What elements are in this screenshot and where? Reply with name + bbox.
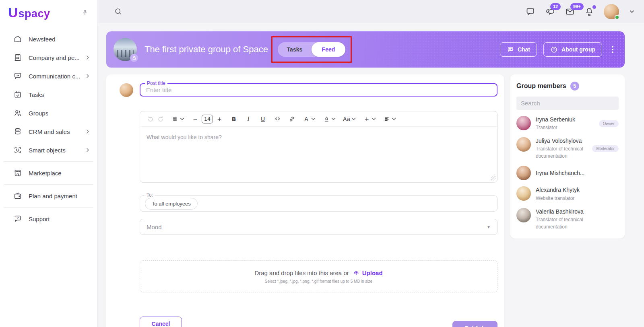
smart-objects-icon bbox=[13, 146, 22, 154]
sidebar-item-groups[interactable]: Groups bbox=[0, 104, 97, 122]
redo-icon[interactable] bbox=[156, 114, 165, 124]
sidebar-nav: Newsfeed Company and pe... Communication… bbox=[0, 24, 97, 228]
uspacy-logo[interactable]: U spacy bbox=[8, 6, 50, 20]
member-name: Juliya Voloshylova bbox=[536, 137, 592, 144]
recipient-chip[interactable]: To all employees bbox=[145, 198, 198, 210]
bell-icon[interactable] bbox=[584, 7, 594, 16]
mail-badge: 99+ bbox=[570, 3, 584, 10]
tab-feed[interactable]: Feed bbox=[312, 42, 345, 57]
chevron-down-icon[interactable] bbox=[392, 117, 396, 121]
chats-badge: 12 bbox=[550, 3, 561, 10]
member-row[interactable]: Valeriia Bashkirova Translator of techni… bbox=[516, 208, 619, 230]
post-title-input[interactable] bbox=[146, 86, 491, 93]
cancel-button[interactable]: Cancel bbox=[140, 317, 182, 327]
sidebar-item-crm[interactable]: CRM and sales bbox=[0, 122, 97, 141]
app-root: U spacy Newsfeed Company and pe... Commu… bbox=[0, 0, 644, 327]
file-drop-area[interactable]: Drag and drop files into this area or Up… bbox=[140, 260, 497, 292]
code-icon[interactable] bbox=[272, 114, 282, 124]
mail-icon[interactable]: 99+ bbox=[565, 7, 575, 16]
member-name: Valeriia Bashkirova bbox=[536, 208, 596, 215]
sidebar-item-newsfeed[interactable]: Newsfeed bbox=[0, 30, 97, 48]
sidebar-header: U spacy bbox=[0, 4, 97, 24]
sidebar: U spacy Newsfeed Company and pe... Commu… bbox=[0, 0, 98, 327]
online-status-dot bbox=[615, 15, 619, 20]
more-options-icon[interactable] bbox=[609, 44, 617, 55]
pin-sidebar-icon[interactable] bbox=[81, 9, 89, 16]
link-icon[interactable] bbox=[287, 114, 297, 124]
post-title-label: Post title bbox=[145, 80, 167, 86]
chevron-down-icon[interactable] bbox=[372, 117, 376, 121]
sidebar-item-communication[interactable]: Communication c... bbox=[0, 67, 97, 85]
form-footer: Cancel Publish bbox=[140, 317, 497, 327]
decrease-font-icon[interactable]: − bbox=[190, 114, 200, 124]
text-color-button[interactable]: A bbox=[301, 114, 311, 124]
member-avatar bbox=[516, 137, 531, 152]
editor-body[interactable]: What would you like to share? bbox=[140, 127, 497, 148]
underline-button[interactable]: U bbox=[258, 114, 268, 124]
increase-font-icon[interactable]: + bbox=[215, 114, 224, 124]
align-icon[interactable] bbox=[382, 114, 392, 124]
member-row[interactable]: Iryna Serbeniuk Translator Owner bbox=[516, 116, 619, 131]
sidebar-item-marketplace[interactable]: Marketplace bbox=[0, 164, 97, 182]
chats-icon[interactable]: 12 bbox=[545, 7, 555, 16]
member-role: Translator of technical documentation bbox=[536, 145, 592, 160]
sidebar-item-tasks[interactable]: Tasks bbox=[0, 85, 97, 104]
topbar-actions: 12 99+ bbox=[526, 4, 635, 19]
undo-icon[interactable] bbox=[145, 114, 155, 124]
building-icon bbox=[13, 53, 22, 62]
member-avatar bbox=[516, 116, 531, 130]
member-name: Iryna Mishchanch... bbox=[536, 169, 584, 177]
upload-button[interactable]: Upload bbox=[353, 269, 383, 276]
annotation-highlight-box: Tasks Feed bbox=[271, 36, 352, 63]
resize-handle[interactable] bbox=[491, 176, 495, 181]
recipients-field: To: To all employees bbox=[140, 195, 497, 212]
italic-button[interactable]: I bbox=[244, 114, 253, 124]
member-name: Iryna Serbeniuk bbox=[536, 116, 575, 123]
about-group-button[interactable]: About group bbox=[543, 42, 602, 57]
chevron-down-icon[interactable] bbox=[331, 117, 336, 121]
member-row[interactable]: Juliya Voloshylova Translator of technic… bbox=[516, 137, 619, 160]
comment-icon[interactable] bbox=[526, 7, 535, 16]
publish-button[interactable]: Publish bbox=[452, 321, 497, 327]
group-header-actions: Chat About group bbox=[500, 42, 617, 57]
group-avatar[interactable] bbox=[114, 38, 137, 61]
divider bbox=[4, 184, 93, 185]
database-icon bbox=[13, 127, 22, 136]
line-spacing-icon[interactable] bbox=[170, 114, 180, 124]
home-icon bbox=[13, 35, 22, 43]
member-row[interactable]: Alexandra Khytyk Website translator bbox=[516, 186, 619, 202]
chevron-down-icon[interactable] bbox=[311, 117, 316, 121]
upload-icon bbox=[353, 269, 360, 276]
to-label: To: bbox=[144, 192, 155, 198]
chevron-down-icon[interactable] bbox=[180, 117, 184, 121]
sidebar-item-company[interactable]: Company and pe... bbox=[0, 48, 97, 67]
bold-button[interactable]: B bbox=[229, 114, 239, 124]
font-size-value[interactable]: 14 bbox=[202, 115, 213, 123]
member-row[interactable]: Iryna Mishchanch... bbox=[516, 166, 619, 180]
view-toggle: Tasks Feed bbox=[278, 42, 345, 57]
member-role: Translator bbox=[536, 124, 575, 131]
highlight-icon[interactable] bbox=[322, 114, 331, 124]
sidebar-item-support[interactable]: ? Support bbox=[0, 210, 97, 228]
sidebar-item-plan-payment[interactable]: Plan and payment bbox=[0, 187, 97, 205]
mood-select[interactable]: Mood ▼ bbox=[140, 219, 497, 235]
tab-tasks[interactable]: Tasks bbox=[278, 42, 312, 57]
group-members-panel: Group members 5 Iryna Serbeniuk Translat… bbox=[510, 74, 625, 239]
notification-dot bbox=[592, 5, 596, 9]
logo-text: spacy bbox=[19, 8, 50, 20]
user-avatar[interactable] bbox=[604, 4, 619, 19]
sidebar-item-smart-objects[interactable]: Smart objects bbox=[0, 141, 97, 159]
chevron-right-icon bbox=[85, 74, 90, 78]
chevron-down-icon[interactable] bbox=[351, 117, 356, 121]
search-icon[interactable] bbox=[114, 7, 122, 16]
post-title-field: Post title bbox=[140, 83, 497, 97]
members-search-input[interactable] bbox=[516, 97, 619, 110]
chevron-right-icon bbox=[85, 129, 90, 134]
chat-button[interactable]: Chat bbox=[500, 42, 537, 57]
member-avatar bbox=[516, 166, 531, 180]
member-badge: Owner bbox=[599, 120, 619, 127]
main-area: 12 99+ bbox=[98, 0, 644, 327]
text-case-button[interactable]: Aa bbox=[342, 114, 351, 124]
insert-button[interactable]: + bbox=[362, 114, 372, 124]
chevron-down-icon[interactable] bbox=[629, 8, 635, 15]
